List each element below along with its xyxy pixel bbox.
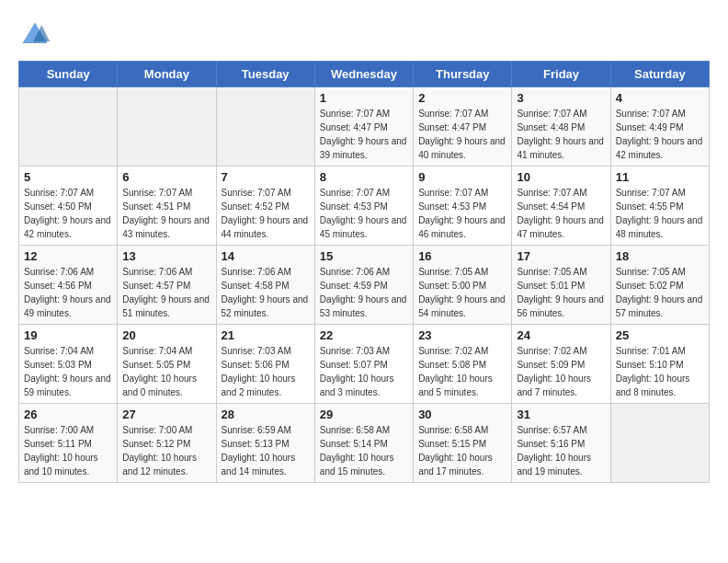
day-info: Sunrise: 6:58 AMSunset: 5:14 PMDaylight:… bbox=[320, 423, 408, 478]
day-info: Sunrise: 7:02 AMSunset: 5:09 PMDaylight:… bbox=[517, 344, 605, 399]
day-number: 20 bbox=[122, 328, 210, 342]
day-cell bbox=[118, 87, 216, 167]
day-cell: 22 Sunrise: 7:03 AMSunset: 5:07 PMDaylig… bbox=[314, 325, 413, 404]
header-row: SundayMondayTuesdayWednesdayThursdayFrid… bbox=[19, 62, 710, 87]
day-info: Sunrise: 7:06 AMSunset: 4:58 PMDaylight:… bbox=[222, 265, 310, 320]
day-info: Sunrise: 7:02 AMSunset: 5:08 PMDaylight:… bbox=[418, 344, 506, 399]
day-info: Sunrise: 7:06 AMSunset: 4:57 PMDaylight:… bbox=[122, 265, 210, 320]
day-number: 26 bbox=[24, 408, 112, 421]
day-cell: 19 Sunrise: 7:04 AMSunset: 5:03 PMDaylig… bbox=[19, 325, 118, 404]
day-info: Sunrise: 7:06 AMSunset: 4:56 PMDaylight:… bbox=[24, 265, 112, 320]
day-number: 25 bbox=[616, 328, 704, 342]
day-cell: 16 Sunrise: 7:05 AMSunset: 5:00 PMDaylig… bbox=[414, 246, 512, 325]
day-info: Sunrise: 7:07 AMSunset: 4:51 PMDaylight:… bbox=[122, 186, 210, 241]
day-header-saturday: Saturday bbox=[610, 62, 709, 87]
day-number: 16 bbox=[418, 249, 506, 263]
day-info: Sunrise: 7:05 AMSunset: 5:01 PMDaylight:… bbox=[517, 265, 605, 320]
day-cell: 14 Sunrise: 7:06 AMSunset: 4:58 PMDaylig… bbox=[216, 246, 314, 325]
day-info: Sunrise: 7:07 AMSunset: 4:53 PMDaylight:… bbox=[418, 186, 506, 241]
day-number: 2 bbox=[418, 91, 506, 105]
day-number: 14 bbox=[222, 249, 310, 263]
week-row-2: 5 Sunrise: 7:07 AMSunset: 4:50 PMDayligh… bbox=[19, 167, 710, 246]
week-row-5: 26 Sunrise: 7:00 AMSunset: 5:11 PMDaylig… bbox=[19, 404, 710, 483]
day-cell: 26 Sunrise: 7:00 AMSunset: 5:11 PMDaylig… bbox=[19, 404, 118, 483]
day-number: 19 bbox=[24, 328, 112, 342]
week-row-3: 12 Sunrise: 7:06 AMSunset: 4:56 PMDaylig… bbox=[19, 246, 710, 325]
day-cell: 25 Sunrise: 7:01 AMSunset: 5:10 PMDaylig… bbox=[610, 325, 709, 404]
day-number: 5 bbox=[24, 170, 112, 184]
day-number: 22 bbox=[320, 328, 408, 342]
day-info: Sunrise: 7:07 AMSunset: 4:47 PMDaylight:… bbox=[320, 107, 408, 162]
day-cell: 21 Sunrise: 7:03 AMSunset: 5:06 PMDaylig… bbox=[216, 325, 314, 404]
day-number: 13 bbox=[122, 249, 210, 263]
day-cell: 30 Sunrise: 6:58 AMSunset: 5:15 PMDaylig… bbox=[414, 404, 512, 483]
day-info: Sunrise: 7:07 AMSunset: 4:54 PMDaylight:… bbox=[517, 186, 605, 241]
day-info: Sunrise: 7:07 AMSunset: 4:50 PMDaylight:… bbox=[24, 186, 112, 241]
day-cell: 31 Sunrise: 6:57 AMSunset: 5:16 PMDaylig… bbox=[512, 404, 610, 483]
day-header-wednesday: Wednesday bbox=[314, 62, 413, 87]
day-number: 6 bbox=[122, 170, 210, 184]
day-cell: 18 Sunrise: 7:05 AMSunset: 5:02 PMDaylig… bbox=[610, 246, 709, 325]
day-number: 18 bbox=[616, 249, 704, 263]
day-info: Sunrise: 7:07 AMSunset: 4:48 PMDaylight:… bbox=[517, 107, 605, 162]
day-number: 23 bbox=[418, 328, 506, 342]
day-cell: 15 Sunrise: 7:06 AMSunset: 4:59 PMDaylig… bbox=[314, 246, 413, 325]
day-number: 17 bbox=[517, 249, 605, 263]
week-row-4: 19 Sunrise: 7:04 AMSunset: 5:03 PMDaylig… bbox=[19, 325, 710, 404]
day-cell: 24 Sunrise: 7:02 AMSunset: 5:09 PMDaylig… bbox=[512, 325, 610, 404]
day-cell: 23 Sunrise: 7:02 AMSunset: 5:08 PMDaylig… bbox=[414, 325, 512, 404]
day-cell: 13 Sunrise: 7:06 AMSunset: 4:57 PMDaylig… bbox=[118, 246, 216, 325]
day-number: 24 bbox=[517, 328, 605, 342]
day-cell: 8 Sunrise: 7:07 AMSunset: 4:53 PMDayligh… bbox=[314, 167, 413, 246]
day-number: 11 bbox=[616, 170, 704, 184]
day-number: 4 bbox=[616, 91, 704, 105]
day-info: Sunrise: 7:03 AMSunset: 5:07 PMDaylight:… bbox=[320, 344, 408, 399]
day-cell: 29 Sunrise: 6:58 AMSunset: 5:14 PMDaylig… bbox=[314, 404, 413, 483]
day-cell: 10 Sunrise: 7:07 AMSunset: 4:54 PMDaylig… bbox=[512, 167, 610, 246]
day-cell: 6 Sunrise: 7:07 AMSunset: 4:51 PMDayligh… bbox=[118, 167, 216, 246]
day-cell: 1 Sunrise: 7:07 AMSunset: 4:47 PMDayligh… bbox=[314, 87, 413, 167]
day-header-tuesday: Tuesday bbox=[216, 62, 314, 87]
day-cell: 28 Sunrise: 6:59 AMSunset: 5:13 PMDaylig… bbox=[216, 404, 314, 483]
week-row-1: 1 Sunrise: 7:07 AMSunset: 4:47 PMDayligh… bbox=[19, 87, 710, 167]
day-number: 27 bbox=[122, 408, 210, 421]
day-info: Sunrise: 7:00 AMSunset: 5:11 PMDaylight:… bbox=[24, 423, 112, 478]
day-number: 28 bbox=[222, 408, 310, 421]
day-number: 31 bbox=[517, 408, 605, 421]
day-info: Sunrise: 7:00 AMSunset: 5:12 PMDaylight:… bbox=[122, 423, 210, 478]
day-number: 15 bbox=[320, 249, 408, 263]
day-cell: 27 Sunrise: 7:00 AMSunset: 5:12 PMDaylig… bbox=[118, 404, 216, 483]
day-info: Sunrise: 7:01 AMSunset: 5:10 PMDaylight:… bbox=[616, 344, 704, 399]
day-number: 30 bbox=[418, 408, 506, 421]
day-number: 3 bbox=[517, 91, 605, 105]
day-info: Sunrise: 7:07 AMSunset: 4:55 PMDaylight:… bbox=[616, 186, 704, 241]
day-number: 9 bbox=[418, 170, 506, 184]
day-info: Sunrise: 7:07 AMSunset: 4:53 PMDaylight:… bbox=[320, 186, 408, 241]
day-cell bbox=[610, 404, 709, 483]
day-info: Sunrise: 7:04 AMSunset: 5:03 PMDaylight:… bbox=[24, 344, 112, 399]
day-header-friday: Friday bbox=[512, 62, 610, 87]
header bbox=[18, 18, 710, 52]
day-header-monday: Monday bbox=[118, 62, 216, 87]
day-number: 8 bbox=[320, 170, 408, 184]
day-cell: 20 Sunrise: 7:04 AMSunset: 5:05 PMDaylig… bbox=[118, 325, 216, 404]
day-cell: 11 Sunrise: 7:07 AMSunset: 4:55 PMDaylig… bbox=[610, 167, 709, 246]
day-info: Sunrise: 6:57 AMSunset: 5:16 PMDaylight:… bbox=[517, 423, 605, 478]
day-info: Sunrise: 7:07 AMSunset: 4:52 PMDaylight:… bbox=[222, 186, 310, 241]
day-info: Sunrise: 6:58 AMSunset: 5:15 PMDaylight:… bbox=[418, 423, 506, 478]
calendar-table: SundayMondayTuesdayWednesdayThursdayFrid… bbox=[18, 61, 710, 483]
day-number: 1 bbox=[320, 91, 408, 105]
day-number: 21 bbox=[222, 328, 310, 342]
day-info: Sunrise: 7:05 AMSunset: 5:02 PMDaylight:… bbox=[616, 265, 704, 320]
day-cell bbox=[216, 87, 314, 167]
day-cell bbox=[19, 87, 118, 167]
day-cell: 2 Sunrise: 7:07 AMSunset: 4:47 PMDayligh… bbox=[414, 87, 512, 167]
day-cell: 17 Sunrise: 7:05 AMSunset: 5:01 PMDaylig… bbox=[512, 246, 610, 325]
day-info: Sunrise: 7:06 AMSunset: 4:59 PMDaylight:… bbox=[320, 265, 408, 320]
day-cell: 12 Sunrise: 7:06 AMSunset: 4:56 PMDaylig… bbox=[19, 246, 118, 325]
day-cell: 3 Sunrise: 7:07 AMSunset: 4:48 PMDayligh… bbox=[512, 87, 610, 167]
day-info: Sunrise: 6:59 AMSunset: 5:13 PMDaylight:… bbox=[222, 423, 310, 478]
day-info: Sunrise: 7:03 AMSunset: 5:06 PMDaylight:… bbox=[222, 344, 310, 399]
logo-icon bbox=[18, 18, 51, 52]
day-number: 7 bbox=[222, 170, 310, 184]
